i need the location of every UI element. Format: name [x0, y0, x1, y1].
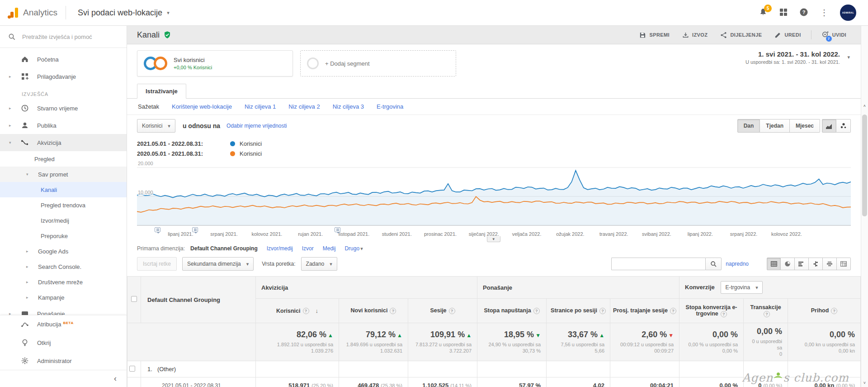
advanced-link[interactable]: napredno [726, 261, 749, 267]
row-checkbox[interactable] [129, 366, 135, 372]
sidebar-item-audience[interactable]: Publika [0, 117, 127, 134]
apps-grid-button[interactable] [779, 8, 788, 18]
dimension-source-medium[interactable]: Izvor/medij [267, 245, 293, 252]
subtab-summary[interactable]: Sažetak [138, 103, 159, 110]
granularity-day[interactable]: Dan [737, 119, 760, 133]
share-button[interactable]: DIJELJENJE [716, 29, 766, 41]
overflow-menu-button[interactable] [820, 9, 828, 17]
save-button[interactable]: SPREMI [635, 29, 674, 41]
col-new-users[interactable]: Novi korisnici [339, 299, 408, 323]
scrollbar-thumb[interactable] [862, 115, 867, 216]
property-selector[interactable]: Svi podaci web-lokacije [66, 8, 175, 18]
traffic-chart[interactable]: 20.000 10.000 [137, 162, 851, 230]
help-circle-icon[interactable] [303, 308, 309, 314]
conversions-type-select[interactable]: E-trgovina [721, 281, 762, 294]
col-revenue[interactable]: Prihod [788, 299, 861, 323]
scroll-down-icon[interactable]: ˅ [861, 381, 868, 385]
subtab-site-usage[interactable]: Korištenje web-lokacije [172, 103, 232, 110]
sidebar-item-campaigns[interactable]: Kampanje [0, 290, 127, 305]
subtab-goal-set-1[interactable]: Niz ciljeva 1 [245, 103, 276, 110]
sidebar-item-acq-overview[interactable]: Pregled [0, 151, 127, 167]
subtab-ecommerce[interactable]: E-trgovina [377, 103, 403, 110]
term-cloud-view-button[interactable] [823, 258, 837, 270]
table-view-button[interactable] [767, 258, 781, 270]
annotation-marker-icon[interactable] [155, 227, 160, 232]
help-circle-icon[interactable] [670, 308, 676, 314]
help-circle-icon[interactable] [721, 311, 727, 317]
subtab-goal-set-2[interactable]: Niz ciljeva 2 [288, 103, 320, 110]
table-search-button[interactable] [705, 258, 722, 270]
sidebar-item-all-traffic[interactable]: Sav promet [0, 167, 127, 182]
annotation-marker-icon[interactable] [335, 227, 340, 232]
sidebar-item-acquisition[interactable]: Akvizicija [0, 134, 127, 151]
date-caret-icon[interactable] [847, 54, 850, 60]
select-metric-link[interactable]: Odabir mjerne vrijednosti [226, 123, 287, 129]
dimension-column-header[interactable]: Default Channel Grouping [141, 277, 256, 323]
segment-card-all-users[interactable]: Svi korisnici +0,00 % Korisnici [137, 50, 293, 76]
secondary-dimension-select[interactable]: Sekundarna dimenzija [182, 257, 254, 271]
scroll-up-icon[interactable]: ˄ [861, 104, 868, 108]
annotation-marker-icon[interactable] [192, 227, 198, 232]
col-ecommerce-conversion-rate[interactable]: Stopa konverzija e-trgovine [679, 299, 744, 323]
col-pages-per-session[interactable]: Stranice po sesiji [547, 299, 610, 323]
comparison-view-button[interactable] [809, 258, 823, 270]
edit-button[interactable]: UREDI [770, 29, 805, 41]
sort-type-select[interactable]: Zadano [301, 257, 337, 271]
sidebar-item-treemaps[interactable]: Pregled trendova [0, 197, 127, 213]
granularity-month[interactable]: Mjesec [790, 119, 820, 133]
help-circle-icon[interactable] [533, 308, 540, 314]
export-button[interactable]: IZVOZ [678, 29, 712, 41]
select-all-checkbox[interactable] [131, 296, 137, 302]
col-bounce-rate[interactable]: Stopa napuštanja [477, 299, 547, 323]
col-sessions[interactable]: Sesije [408, 299, 477, 323]
dimension-source[interactable]: Izvor [302, 245, 314, 252]
motion-chart-button[interactable] [836, 119, 851, 133]
metric-select[interactable]: Korisnici [137, 119, 175, 133]
sidebar-item-realtime[interactable]: Stvarno vrijeme [0, 100, 127, 117]
search-input[interactable] [22, 33, 113, 40]
sidebar-collapse-button[interactable] [0, 370, 127, 387]
help-circle-icon[interactable] [390, 308, 396, 314]
pivot-view-button[interactable] [837, 258, 851, 270]
date-range-selector[interactable]: 1. svi 2021. - 31. kol 2022. U usporedbi… [745, 50, 840, 65]
vertical-scrollbar[interactable]: ˄ ˅ [861, 26, 868, 387]
sidebar-item-discover[interactable]: Otkrij [0, 334, 127, 352]
line-chart-button[interactable] [822, 119, 836, 133]
sidebar-item-customization[interactable]: Prilagođavanje [0, 68, 127, 85]
sidebar-item-referrals[interactable]: Preporuke [0, 228, 127, 244]
table-search-input[interactable] [611, 258, 705, 270]
pie-view-button[interactable] [781, 258, 795, 270]
sidebar-item-admin[interactable]: Administrator [0, 352, 127, 370]
help-circle-icon[interactable] [831, 308, 837, 314]
performance-view-button[interactable] [795, 258, 809, 270]
dimension-default-channel-grouping[interactable]: Default Channel Grouping [190, 245, 258, 252]
help-circle-icon[interactable] [599, 308, 606, 314]
sidebar-item-attribution[interactable]: AtribucijaBETA [0, 315, 127, 334]
sidebar-search[interactable] [0, 26, 127, 48]
sidebar-item-channels[interactable]: Kanali [0, 182, 127, 197]
channel-label[interactable]: (Other) [157, 366, 176, 373]
col-avg-session-duration[interactable]: Prosj. trajanje sesije [610, 299, 679, 323]
col-users[interactable]: Korisnici [256, 299, 339, 323]
col-transactions[interactable]: Transakcije [744, 299, 788, 323]
avatar[interactable]: ADMIRAL [840, 5, 856, 21]
dimension-other[interactable]: Drugo [344, 245, 363, 252]
plot-rows-button[interactable]: Iscrtaj retke [137, 257, 177, 271]
subtab-goal-set-3[interactable]: Niz ciljeva 3 [333, 103, 364, 110]
add-segment-button[interactable]: + Dodaj segment [300, 50, 456, 76]
sidebar-item-social[interactable]: Društvene mreže [0, 274, 127, 290]
sidebar-item-source-medium[interactable]: Izvor/medij [0, 213, 127, 228]
insights-button[interactable]: 7 UVIDI [817, 28, 851, 42]
notifications-button[interactable]: 5 [759, 8, 768, 18]
annotations-expander[interactable] [487, 236, 500, 242]
granularity-week[interactable]: Tjedan [760, 119, 790, 133]
help-button[interactable]: ? [799, 8, 808, 18]
sidebar-item-search-console[interactable]: Search Console. [0, 259, 127, 274]
tab-explorer[interactable]: Istraživanje [137, 84, 186, 99]
help-circle-icon[interactable] [449, 308, 455, 314]
sidebar-item-home[interactable]: Početna [0, 51, 127, 68]
dimension-medium[interactable]: Medij [323, 245, 336, 252]
sidebar-item-google-ads[interactable]: Google Ads [0, 244, 127, 259]
analytics-logo[interactable]: Analytics [0, 7, 66, 19]
help-circle-icon[interactable] [764, 311, 770, 317]
